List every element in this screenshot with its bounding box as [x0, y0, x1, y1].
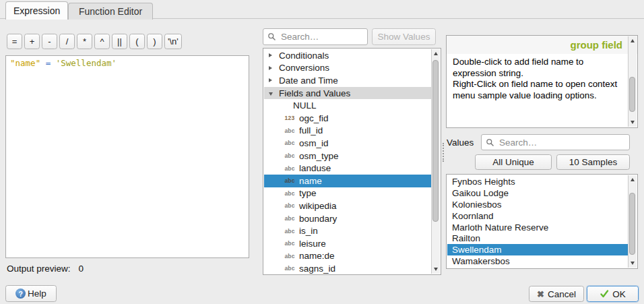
text-field-icon: abc [282, 165, 297, 172]
operator-button-[interactable]: - [42, 34, 57, 49]
ok-check-icon [600, 289, 609, 299]
expression-token-string: 'Swellendam' [56, 58, 117, 68]
help-button[interactable]: ? Help [5, 285, 57, 302]
tree-item-type[interactable]: abctype [264, 187, 431, 200]
expression-token-operator: = [40, 58, 56, 68]
tree-item-name-de[interactable]: abcname:de [264, 250, 431, 263]
text-field-icon: abc [282, 215, 297, 222]
scrollbar-thumb[interactable] [629, 77, 635, 112]
operator-button-[interactable]: || [112, 34, 127, 49]
operator-button-[interactable]: ) [147, 34, 162, 49]
values-scrollbar[interactable] [628, 175, 637, 268]
ten-samples-button[interactable]: 10 Samples [556, 154, 630, 170]
scrollbar-thumb[interactable] [432, 60, 439, 222]
cancel-button[interactable]: ✖ Cancel [529, 286, 584, 302]
ok-button-label: OK [612, 289, 626, 299]
scroll-down-arrow-icon[interactable] [629, 118, 637, 127]
expand-arrow-icon[interactable] [269, 66, 272, 70]
tree-field-label: type [299, 188, 317, 198]
tree-item-osm-id[interactable]: abcosm_id [264, 137, 431, 150]
value-item-fynbos-heights[interactable]: Fynbos Heights [447, 176, 628, 187]
value-item-koloniesbos[interactable]: Koloniesbos [447, 199, 628, 210]
tree-field-label: full_id [299, 125, 323, 135]
tree-item-null[interactable]: NULL [264, 99, 431, 112]
function-search-box[interactable] [263, 28, 368, 45]
expand-arrow-icon[interactable] [269, 53, 272, 57]
help-button-label: Help [28, 288, 46, 299]
function-tree: ConditionalsConversionsDate and TimeFiel… [263, 48, 441, 275]
tree-item-full-id[interactable]: abcfull_id [264, 125, 431, 138]
text-field-icon: abc [282, 140, 297, 146]
tree-item-name[interactable]: abcname [264, 175, 431, 187]
tree-item-conversions[interactable]: Conversions [264, 62, 431, 75]
tree-group-label: Fields and Values [279, 88, 350, 98]
expression-editor[interactable]: "name" = 'Swellendam' [5, 55, 249, 258]
text-field-icon: abc [282, 228, 297, 235]
tree-item-ogc-fid[interactable]: 123ogc_fid [264, 112, 431, 125]
help-body: Double-click to add field name to expres… [447, 54, 637, 104]
help-scrollbar[interactable] [628, 36, 637, 127]
operator-button-[interactable]: / [59, 34, 75, 49]
value-item-railton[interactable]: Railton [447, 233, 628, 244]
tree-item-boundary[interactable]: abcboundary [264, 212, 431, 225]
expand-arrow-icon[interactable] [269, 78, 272, 82]
value-item-wamakersbos[interactable]: Wamakersbos [447, 255, 628, 267]
tree-item-date-and-time[interactable]: Date and Time [264, 74, 431, 87]
tree-group-label: Conditionals [279, 51, 329, 61]
tab-bar: Expression Function Editor [0, 0, 644, 19]
collapse-arrow-icon[interactable] [269, 92, 273, 96]
scroll-down-arrow-icon[interactable] [432, 265, 440, 274]
tree-item-is-in[interactable]: abcis_in [264, 224, 431, 237]
function-search-input[interactable] [280, 31, 363, 42]
operator-button-n[interactable]: '\n' [164, 34, 182, 49]
tree-item-osm-type[interactable]: abcosm_type [264, 150, 431, 162]
value-item-gaikou-lodge[interactable]: Gaikou Lodge [447, 187, 628, 199]
tree-item-landuse[interactable]: abclanduse [264, 162, 431, 175]
value-item-swellendam[interactable]: Swellendam [447, 244, 628, 255]
tree-item-wikipedia[interactable]: abcwikipedia [264, 200, 431, 212]
text-field-icon: abc [282, 265, 297, 272]
value-item-label: Koloniesbos [452, 200, 502, 210]
operator-button-[interactable]: = [7, 34, 22, 49]
help-body-line: Right-Click on field name to open contex… [453, 79, 622, 101]
text-field-icon: abc [282, 190, 297, 197]
scrollbar-thumb[interactable] [629, 193, 635, 255]
function-tree-rows: ConditionalsConversionsDate and TimeFiel… [264, 49, 431, 274]
help-title: group field [571, 39, 623, 51]
output-preview-label: Output preview: [7, 264, 71, 274]
operator-button-[interactable]: ( [129, 34, 145, 49]
tree-field-label: leisure [299, 239, 326, 249]
tree-item-sagns-id[interactable]: abcsagns_id [264, 262, 431, 274]
value-item-label: Wamakersbos [452, 256, 510, 266]
values-search-input[interactable] [498, 137, 625, 148]
ok-button[interactable]: OK [587, 286, 639, 302]
values-list: Fynbos HeightsGaikou LodgeKoloniesbosKoo… [446, 174, 638, 269]
scroll-up-arrow-icon[interactable] [432, 49, 440, 58]
scroll-down-arrow-icon[interactable] [629, 259, 637, 268]
text-field-icon: abc [282, 127, 297, 134]
tab-expression[interactable]: Expression [5, 1, 68, 20]
tree-group-label: Date and Time [279, 75, 338, 86]
expression-text: "name" = 'Swellendam' [6, 56, 249, 70]
scroll-up-arrow-icon[interactable] [629, 36, 637, 45]
tree-scrollbar[interactable] [431, 49, 440, 274]
value-item-marloth-nature-reserve[interactable]: Marloth Nature Reserve [447, 222, 628, 233]
scroll-up-arrow-icon[interactable] [629, 175, 637, 184]
all-unique-button[interactable]: All Unique [475, 154, 552, 170]
operator-button-[interactable]: ^ [94, 34, 110, 49]
values-search-box[interactable] [481, 134, 630, 150]
panel-splitter-handle[interactable] [443, 143, 444, 162]
operator-button-[interactable]: * [77, 34, 92, 49]
tree-item-leisure[interactable]: abcleisure [264, 237, 431, 250]
help-title-bar: group field [447, 36, 637, 54]
field-help-box: group field Double-click to add field na… [446, 35, 638, 128]
text-field-icon: abc [282, 253, 297, 260]
value-item-label: Fynbos Heights [452, 177, 515, 187]
tree-item-conditionals[interactable]: Conditionals [264, 49, 431, 62]
show-values-button[interactable]: Show Values [372, 28, 436, 45]
tab-function-editor[interactable]: Function Editor [68, 3, 153, 20]
tree-field-label: osm_type [299, 151, 339, 161]
operator-button-[interactable]: + [24, 34, 40, 49]
value-item-koornland[interactable]: Koornland [447, 210, 628, 222]
tree-item-fields-and-values[interactable]: Fields and Values [264, 87, 431, 100]
